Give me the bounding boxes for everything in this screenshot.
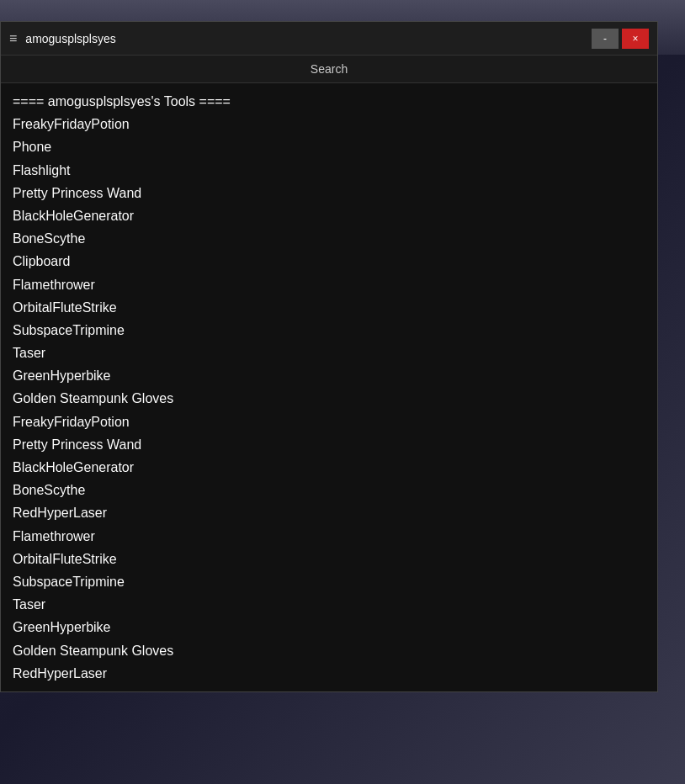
list-item[interactable]: Clipboard: [13, 250, 645, 273]
list-item[interactable]: Phone: [13, 135, 645, 158]
list-item[interactable]: Flamethrower: [13, 273, 645, 296]
list-item[interactable]: GreenHyperbike: [13, 364, 645, 387]
close-button[interactable]: ×: [622, 29, 649, 49]
list-item[interactable]: Taser: [13, 342, 645, 364]
list-item[interactable]: RedHyperLaser: [13, 501, 645, 524]
list-item[interactable]: BlackHoleGenerator: [13, 204, 645, 227]
title-bar: ≡ amogusplsplsyes - ×: [1, 22, 657, 56]
list-item[interactable]: SubspaceTripmine: [13, 570, 645, 593]
list-item[interactable]: GreenHyperbike: [13, 616, 645, 638]
list-item[interactable]: BoneScythe: [13, 479, 645, 501]
list-item[interactable]: Flashlight: [13, 159, 645, 182]
list-item[interactable]: Flamethrower: [13, 525, 645, 548]
minimize-button[interactable]: -: [592, 29, 619, 49]
list-item[interactable]: FreakyFridayPotion: [13, 113, 645, 135]
window-title: amogusplsplsyes: [25, 32, 592, 45]
list-item[interactable]: FreakyFridayPotion: [13, 411, 645, 433]
list-item[interactable]: OrbitalFluteStrike: [13, 296, 645, 319]
search-bar: [1, 56, 657, 83]
list-item[interactable]: BoneScythe: [13, 227, 645, 250]
window-controls: - ×: [592, 29, 649, 49]
list-item[interactable]: OrbitalFluteStrike: [13, 548, 645, 570]
list-item[interactable]: Pretty Princess Wand: [13, 182, 645, 204]
main-window: ≡ amogusplsplsyes - × ==== amogusplsplsy…: [0, 21, 658, 692]
list-item[interactable]: Golden Steampunk Gloves: [13, 387, 645, 410]
list-item[interactable]: SubspaceTripmine: [13, 319, 645, 342]
list-item[interactable]: Taser: [13, 593, 645, 616]
list-header: ==== amogusplsplsyes's Tools ====: [13, 90, 645, 113]
list-item[interactable]: Pretty Princess Wand: [13, 433, 645, 456]
tools-list: ==== amogusplsplsyes's Tools ====FreakyF…: [1, 83, 657, 691]
list-item[interactable]: RedHyperLaser: [13, 662, 645, 685]
list-item[interactable]: BlackHoleGenerator: [13, 456, 645, 479]
menu-icon[interactable]: ≡: [9, 31, 17, 46]
list-item[interactable]: Golden Steampunk Gloves: [13, 639, 645, 662]
search-input[interactable]: [9, 62, 649, 76]
